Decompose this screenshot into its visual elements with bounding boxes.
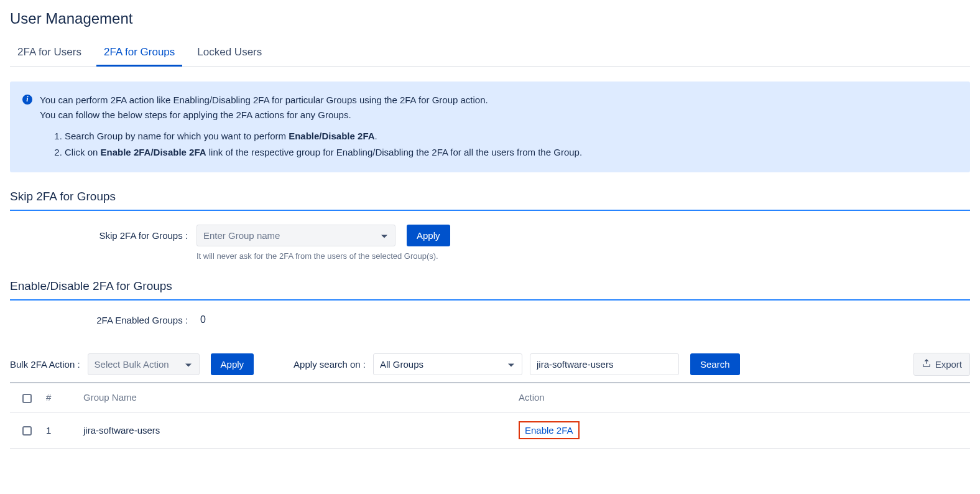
col-group-header: Group Name	[78, 383, 514, 412]
export-button[interactable]: Export	[913, 353, 970, 376]
enabled-groups-label: 2FA Enabled Groups :	[10, 315, 196, 325]
row-num: 1	[41, 412, 78, 448]
export-label: Export	[935, 359, 962, 370]
col-num-header: #	[41, 383, 78, 412]
skip-label: Skip 2FA for Groups :	[10, 230, 196, 241]
bulk-action-select[interactable]: Select Bulk Action	[88, 353, 200, 375]
divider	[10, 210, 970, 211]
action-highlight: Enable 2FA	[519, 421, 580, 439]
select-all-checkbox[interactable]	[22, 394, 32, 403]
bulk-apply-button[interactable]: Apply	[211, 353, 254, 375]
enabled-groups-count: 0	[196, 314, 206, 325]
export-icon	[922, 358, 931, 370]
table-row: 1 jira-software-users Enable 2FA	[10, 412, 970, 448]
row-group-name: jira-software-users	[78, 412, 514, 448]
info-line-2: You can follow the below steps for apply…	[40, 108, 958, 123]
enable-2fa-link[interactable]: Enable 2FA	[525, 425, 573, 436]
info-step-2: Click on Enable 2FA/Disable 2FA link of …	[65, 145, 958, 160]
tabs-bar: 2FA for Users 2FA for Groups Locked User…	[10, 40, 970, 67]
info-step-1: Search Group by name for which you want …	[65, 129, 958, 144]
skip-apply-button[interactable]: Apply	[407, 225, 450, 246]
row-checkbox[interactable]	[22, 426, 32, 436]
divider	[10, 299, 970, 301]
skip-section-heading: Skip 2FA for Groups	[10, 190, 970, 203]
tab-2fa-groups[interactable]: 2FA for Groups	[96, 40, 182, 67]
tab-locked-users[interactable]: Locked Users	[190, 40, 269, 66]
tab-2fa-users[interactable]: 2FA for Users	[10, 40, 89, 66]
bulk-action-label: Bulk 2FA Action :	[10, 359, 80, 370]
enable-section-heading: Enable/Disable 2FA for Groups	[10, 279, 970, 293]
info-panel: i You can perform 2FA action like Enabli…	[10, 82, 970, 172]
search-button[interactable]: Search	[690, 353, 740, 375]
col-action-header: Action	[514, 383, 970, 412]
info-line-1: You can perform 2FA action like Enabling…	[40, 93, 958, 108]
search-on-select[interactable]: All Groups	[373, 353, 522, 375]
groups-table: # Group Name Action 1 jira-software-user…	[10, 382, 970, 449]
info-icon: i	[22, 95, 32, 105]
skip-helper-text: It will never ask for the 2FA from the u…	[196, 251, 970, 261]
search-input[interactable]	[530, 353, 679, 375]
skip-group-select[interactable]: Enter Group name	[196, 225, 395, 246]
search-on-label: Apply search on :	[294, 359, 366, 370]
page-title: User Management	[10, 10, 970, 27]
